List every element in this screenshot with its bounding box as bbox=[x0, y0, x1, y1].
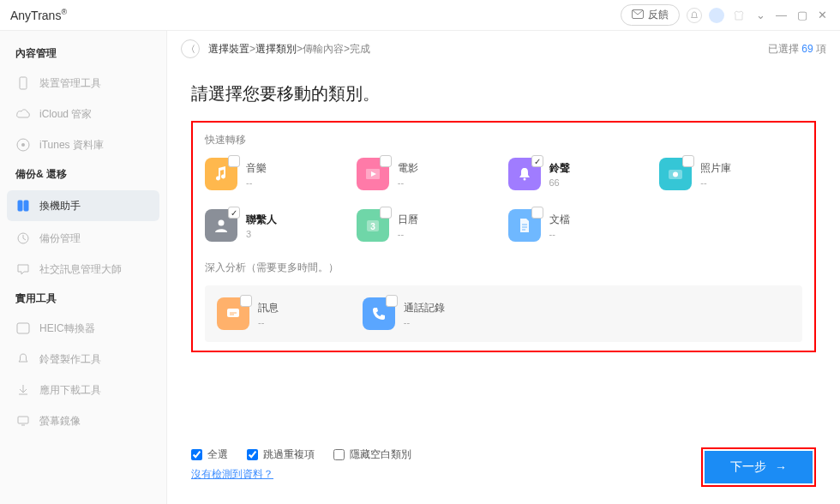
titlebar: AnyTrans® 反饋 ⌄ — ▢ ✕ bbox=[0, 0, 840, 31]
back-button[interactable]: 〈 bbox=[181, 39, 200, 58]
close-button[interactable]: ✕ bbox=[815, 7, 830, 23]
music-icon bbox=[205, 158, 237, 190]
shirt-icon[interactable] bbox=[731, 8, 747, 23]
svg-point-3 bbox=[21, 143, 25, 147]
sidebar-item-label: 裝置管理工具 bbox=[39, 76, 101, 91]
backup-icon bbox=[15, 231, 31, 246]
download-icon bbox=[15, 382, 31, 398]
breadcrumb: 〈 選擇裝置 > 選擇類別 > 傳輸內容 > 完成 已選擇 69 項 bbox=[167, 31, 840, 67]
category-label: 訊息 bbox=[258, 301, 279, 315]
svg-rect-8 bbox=[18, 417, 28, 423]
category-checkbox[interactable] bbox=[240, 295, 252, 307]
feedback-button[interactable]: 反饋 bbox=[621, 4, 680, 26]
category-files[interactable]: 文檔-- bbox=[508, 209, 651, 242]
sidebar-item-social[interactable]: 社交訊息管理大師 bbox=[0, 254, 166, 285]
sidebar-item-label: HEIC轉換器 bbox=[39, 321, 95, 336]
category-count: -- bbox=[549, 229, 570, 239]
category-checkbox[interactable] bbox=[682, 155, 694, 167]
crumb-category[interactable]: 選擇類別 bbox=[255, 42, 297, 57]
hide-empty-checkbox[interactable]: 隱藏空白類別 bbox=[333, 447, 411, 462]
sidebar-item-label: 應用下載工具 bbox=[39, 383, 101, 398]
category-ringtone[interactable]: ✓鈴聲66 bbox=[508, 158, 651, 190]
movies-icon bbox=[357, 158, 389, 190]
category-calllog[interactable]: 通話記錄-- bbox=[363, 297, 500, 330]
category-checkbox[interactable] bbox=[386, 295, 398, 307]
sidebar-section-tools: 實用工具 bbox=[0, 285, 166, 313]
svg-rect-4 bbox=[18, 201, 22, 211]
category-checkbox[interactable] bbox=[531, 207, 543, 219]
category-label: 文檔 bbox=[549, 213, 570, 227]
sidebar: 內容管理 裝置管理工具 iCloud 管家 iTunes 資料庫 備份& 還移 … bbox=[0, 31, 167, 504]
itunes-icon bbox=[15, 137, 31, 153]
category-label: 鈴聲 bbox=[549, 161, 570, 176]
calendar-icon: 3 bbox=[357, 209, 389, 242]
chat-icon bbox=[15, 261, 31, 277]
category-movies[interactable]: 電影-- bbox=[357, 158, 500, 190]
category-count: -- bbox=[398, 177, 418, 188]
minimize-button[interactable]: — bbox=[773, 7, 789, 23]
category-messages[interactable]: 訊息-- bbox=[217, 297, 354, 330]
sidebar-item-icloud[interactable]: iCloud 管家 bbox=[0, 99, 166, 129]
no-data-link[interactable]: 沒有檢測到資料？ bbox=[191, 467, 411, 482]
category-checkbox[interactable] bbox=[380, 207, 392, 219]
category-calendar[interactable]: 3日曆-- bbox=[357, 209, 500, 242]
svg-point-12 bbox=[673, 172, 678, 177]
cloud-icon bbox=[15, 106, 31, 122]
files-icon bbox=[508, 209, 541, 242]
maximize-button[interactable]: ▢ bbox=[795, 7, 810, 23]
bell-tool-icon bbox=[15, 351, 31, 367]
category-count: -- bbox=[700, 177, 731, 188]
quick-grid: 音樂--電影--✓鈴聲66照片庫--✓聯繫人33日曆--文檔-- bbox=[205, 158, 802, 242]
sidebar-item-device[interactable]: 裝置管理工具 bbox=[0, 68, 166, 99]
dropdown-button[interactable]: ⌄ bbox=[753, 7, 768, 23]
window-controls: ⌄ — ▢ ✕ bbox=[753, 7, 830, 23]
crumb-done: 完成 bbox=[350, 42, 370, 57]
category-label: 通話記錄 bbox=[404, 301, 445, 315]
photos-icon bbox=[659, 158, 692, 190]
category-contacts[interactable]: ✓聯繫人3 bbox=[205, 209, 348, 242]
svg-point-10 bbox=[523, 178, 525, 181]
avatar-icon[interactable] bbox=[709, 8, 724, 23]
category-count: 66 bbox=[549, 177, 570, 188]
sidebar-item-heic[interactable]: HEIC轉換器 bbox=[0, 313, 166, 344]
category-photos[interactable]: 照片庫-- bbox=[659, 158, 802, 190]
contacts-icon: ✓ bbox=[205, 209, 237, 242]
deep-grid: 訊息--通話記錄-- bbox=[217, 297, 790, 330]
category-checkbox[interactable] bbox=[228, 155, 240, 167]
category-label: 電影 bbox=[398, 161, 418, 176]
category-music[interactable]: 音樂-- bbox=[205, 158, 348, 190]
sidebar-item-itunes[interactable]: iTunes 資料庫 bbox=[0, 129, 166, 160]
sidebar-item-label: 社交訊息管理大師 bbox=[39, 262, 122, 277]
category-checkbox[interactable]: ✓ bbox=[531, 155, 543, 167]
category-label: 聯繫人 bbox=[246, 213, 277, 227]
sidebar-item-label: 螢幕鏡像 bbox=[39, 414, 81, 429]
sidebar-section-backup: 備份& 還移 bbox=[0, 160, 166, 189]
category-label: 日曆 bbox=[398, 213, 418, 227]
sidebar-item-ringtone-maker[interactable]: 鈴聲製作工具 bbox=[0, 344, 166, 375]
crumb-transfer: 傳輸內容 bbox=[303, 42, 344, 57]
bell-icon[interactable] bbox=[687, 8, 702, 23]
sidebar-item-backup[interactable]: 備份管理 bbox=[0, 223, 166, 254]
category-label: 音樂 bbox=[246, 161, 267, 176]
group-quick-label: 快速轉移 bbox=[205, 133, 802, 147]
svg-rect-7 bbox=[17, 323, 29, 333]
category-panel: 快速轉移 音樂--電影--✓鈴聲66照片庫--✓聯繫人33日曆--文檔-- 深入… bbox=[191, 121, 816, 352]
select-all-checkbox[interactable]: 全選 bbox=[191, 447, 228, 462]
next-button[interactable]: 下一步 → bbox=[705, 451, 813, 483]
svg-point-13 bbox=[219, 220, 225, 226]
sidebar-item-app-download[interactable]: 應用下載工具 bbox=[0, 375, 166, 405]
sidebar-item-mirror[interactable]: 螢幕鏡像 bbox=[0, 405, 166, 436]
sidebar-item-label: iTunes 資料庫 bbox=[39, 138, 104, 153]
mirror-icon bbox=[15, 413, 31, 429]
selected-count: 已選擇 69 項 bbox=[768, 42, 826, 57]
category-checkbox[interactable] bbox=[380, 155, 392, 167]
page-title: 請選擇您要移動的類別。 bbox=[191, 82, 816, 105]
category-label: 照片庫 bbox=[700, 161, 731, 176]
feedback-label: 反饋 bbox=[648, 8, 669, 22]
sidebar-item-switcher[interactable]: 換機助手 bbox=[7, 190, 159, 221]
sidebar-item-label: iCloud 管家 bbox=[39, 107, 92, 122]
category-count: -- bbox=[404, 317, 445, 327]
crumb-device[interactable]: 選擇裝置 bbox=[208, 42, 249, 57]
category-checkbox[interactable]: ✓ bbox=[228, 207, 240, 219]
skip-duplicates-checkbox[interactable]: 跳過重複項 bbox=[247, 447, 315, 462]
